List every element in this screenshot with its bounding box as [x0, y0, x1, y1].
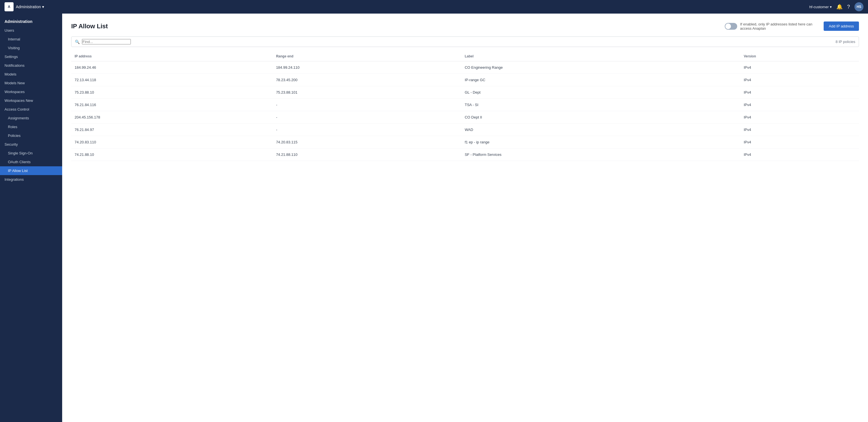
sidebar-item-users[interactable]: Users: [0, 26, 62, 35]
cell-version: IPv4: [740, 148, 859, 161]
cell-ip: 204.45.156.178: [71, 111, 273, 123]
cell-range_end: 184.99.24.110: [273, 61, 461, 74]
toggle-label: If enabled, only IP addresses listed her…: [740, 22, 819, 31]
cell-ip: 76.21.84.116: [71, 99, 273, 111]
sidebar-item-ip-allow-list[interactable]: IP Allow List: [0, 166, 62, 175]
add-ip-address-button[interactable]: Add IP address: [824, 22, 859, 31]
cell-range_end: 75.23.88.101: [273, 86, 461, 99]
sidebar-admin-title: Administration: [0, 16, 62, 26]
cell-range_end: 74.21.88.110: [273, 148, 461, 161]
ip-table: IP addressRange endLabelVersion 184.99.2…: [71, 52, 859, 161]
cell-version: IPv4: [740, 123, 859, 136]
sidebar-item-notifications[interactable]: Notifications: [0, 61, 62, 70]
sidebar-item-internal[interactable]: Internal: [0, 35, 62, 44]
cell-range_end: 74.20.83.115: [273, 136, 461, 148]
cell-range_end: -: [273, 99, 461, 111]
topnav-left: A Administration ▾: [4, 2, 44, 11]
sidebar-item-policies[interactable]: Policies: [0, 131, 62, 140]
cell-version: IPv4: [740, 86, 859, 99]
sidebar-item-workspaces[interactable]: Workspaces: [0, 87, 62, 96]
table-row[interactable]: 74.21.88.1074.21.88.110SF - Platform Ser…: [71, 148, 859, 161]
app-switcher[interactable]: Administration ▾: [16, 4, 44, 9]
cell-ip: 75.23.88.10: [71, 86, 273, 99]
cell-range_end: 78.23.45.200: [273, 74, 461, 86]
search-input[interactable]: [82, 39, 131, 45]
cell-label: SF - Platform Services: [461, 148, 740, 161]
main-content: IP Allow List If enabled, only IP addres…: [62, 13, 868, 422]
layout: Administration UsersInternalVisitingSett…: [0, 13, 868, 422]
notifications-icon[interactable]: 🔔: [836, 4, 843, 10]
search-icon: 🔍: [75, 39, 80, 44]
user-menu[interactable]: hf-customer ▾: [809, 5, 832, 9]
policy-count: 8 IP policies: [836, 39, 855, 44]
page-header-right: If enabled, only IP addresses listed her…: [725, 22, 859, 31]
col-header-range-end: Range end: [273, 52, 461, 61]
cell-ip: 76.21.84.97: [71, 123, 273, 136]
cell-label: CO Dept II: [461, 111, 740, 123]
cell-label: CO Engineering Range: [461, 61, 740, 74]
sidebar-item-integrations[interactable]: Integrations: [0, 175, 62, 184]
cell-version: IPv4: [740, 99, 859, 111]
page-header: IP Allow List If enabled, only IP addres…: [71, 22, 859, 31]
cell-version: IPv4: [740, 111, 859, 123]
sidebar-item-models-new[interactable]: Models New: [0, 79, 62, 87]
cell-version: IPv4: [740, 61, 859, 74]
cell-label: WAD: [461, 123, 740, 136]
search-input-container: 🔍: [75, 39, 836, 45]
sidebar-item-security[interactable]: Security: [0, 140, 62, 149]
sidebar-item-access-control[interactable]: Access Control: [0, 105, 62, 114]
cell-version: IPv4: [740, 74, 859, 86]
table-row[interactable]: 74.20.83.11074.20.83.115f1 ep - ip range…: [71, 136, 859, 148]
cell-ip: 74.20.83.110: [71, 136, 273, 148]
cell-range_end: -: [273, 111, 461, 123]
sidebar-item-visiting[interactable]: Visiting: [0, 44, 62, 52]
sidebar-item-assignments[interactable]: Assignments: [0, 114, 62, 122]
sidebar-item-settings[interactable]: Settings: [0, 52, 62, 61]
ip-allow-list-toggle[interactable]: [725, 23, 737, 30]
table-row[interactable]: 76.21.84.97-WADIPv4: [71, 123, 859, 136]
sidebar: Administration UsersInternalVisitingSett…: [0, 13, 62, 422]
cell-ip: 184.99.24.46: [71, 61, 273, 74]
help-icon[interactable]: ?: [847, 4, 850, 10]
table-row[interactable]: 184.99.24.46184.99.24.110CO Engineering …: [71, 61, 859, 74]
avatar[interactable]: HS: [855, 2, 864, 11]
top-navigation: A Administration ▾ hf-customer ▾ 🔔 ? HS: [0, 0, 868, 13]
cell-version: IPv4: [740, 136, 859, 148]
col-header-version: Version: [740, 52, 859, 61]
table-row[interactable]: 204.45.156.178-CO Dept IIIPv4: [71, 111, 859, 123]
sidebar-item-workspaces-new[interactable]: Workspaces New: [0, 96, 62, 105]
page-title: IP Allow List: [71, 23, 108, 30]
topnav-right: hf-customer ▾ 🔔 ? HS: [809, 2, 864, 11]
table-row[interactable]: 72.13.44.11878.23.45.200IP-range GCIPv4: [71, 74, 859, 86]
sidebar-item-roles[interactable]: Roles: [0, 122, 62, 131]
sidebar-item-models[interactable]: Models: [0, 70, 62, 79]
app-logo[interactable]: A: [4, 2, 13, 11]
col-header-label: Label: [461, 52, 740, 61]
cell-label: f1 ep - ip range: [461, 136, 740, 148]
cell-ip: 74.21.88.10: [71, 148, 273, 161]
sidebar-item-single-sign-on[interactable]: Single Sign-On: [0, 149, 62, 158]
col-header-ip-address: IP address: [71, 52, 273, 61]
table-row[interactable]: 75.23.88.1075.23.88.101GL - DeptIPv4: [71, 86, 859, 99]
table-row[interactable]: 76.21.84.116-TSA - SIIPv4: [71, 99, 859, 111]
cell-label: TSA - SI: [461, 99, 740, 111]
cell-range_end: -: [273, 123, 461, 136]
toggle-group: If enabled, only IP addresses listed her…: [725, 22, 819, 31]
cell-label: IP-range GC: [461, 74, 740, 86]
cell-ip: 72.13.44.118: [71, 74, 273, 86]
sidebar-item-oauth-clients[interactable]: OAuth Clients: [0, 158, 62, 166]
cell-label: GL - Dept: [461, 86, 740, 99]
search-bar-row: 🔍 8 IP policies: [71, 36, 859, 47]
